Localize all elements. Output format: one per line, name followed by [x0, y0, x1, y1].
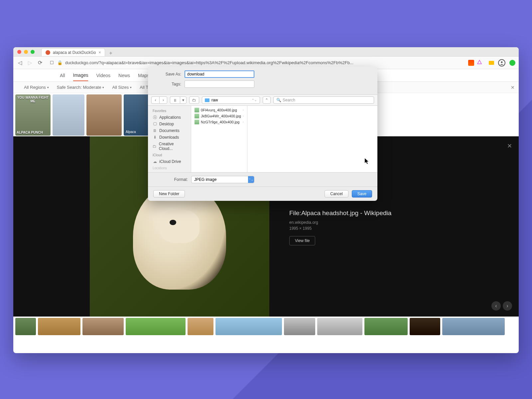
- url-text: duckduckgo.com/?q=alapaca&t=brave&iax=im…: [65, 60, 466, 65]
- image-result-thumb[interactable]: [82, 318, 124, 335]
- cloud-icon: ☁: [153, 159, 157, 164]
- window-maximize-button[interactable]: [31, 50, 35, 54]
- folder-action-button[interactable]: 🗀: [189, 96, 199, 104]
- sidebar-header-favorites: Favorites: [148, 108, 191, 114]
- tags-label: Tags:: [155, 82, 185, 86]
- image-results-row-bottom: [13, 317, 519, 336]
- image-result-thumb[interactable]: [15, 318, 36, 335]
- detail-source[interactable]: en.wikipedia.org: [289, 220, 505, 225]
- new-tab-button[interactable]: +: [108, 50, 113, 56]
- detail-next-button[interactable]: ›: [503, 301, 512, 311]
- sidebar-item-icloud-drive[interactable]: ☁iCloud Drive: [148, 158, 191, 165]
- cancel-button[interactable]: Cancel: [325, 190, 348, 198]
- dialog-actions: New Folder Cancel Save: [148, 187, 377, 201]
- image-result-thumb[interactable]: [215, 318, 282, 335]
- folder-icon: 🗀: [153, 144, 157, 149]
- save-dialog: Save As: Tags: ‹ › ⫼ ▾ 🗀 raw ⌃⌄ ⌃ 🔍 Sear…: [148, 66, 377, 201]
- image-result-thumb[interactable]: [410, 318, 440, 335]
- dialog-search-input[interactable]: 🔍 Search: [273, 96, 374, 104]
- view-file-button[interactable]: View file: [289, 236, 315, 245]
- browser-tab[interactable]: alapaca at DuckDuckGo ×: [41, 48, 105, 56]
- profile-icon[interactable]: [498, 59, 505, 66]
- image-result-thumb[interactable]: Alpaca: [124, 94, 150, 136]
- image-result-thumb[interactable]: [364, 318, 408, 335]
- window-minimize-button[interactable]: [24, 50, 28, 54]
- menu-icon[interactable]: [509, 60, 515, 66]
- reload-button[interactable]: ⟳: [37, 60, 43, 66]
- lock-icon: 🔒: [57, 60, 63, 65]
- view-options-button[interactable]: ▾: [180, 96, 187, 104]
- new-folder-button[interactable]: New Folder: [153, 190, 185, 198]
- filter-safe-search[interactable]: Safe Search: Moderate▾: [57, 85, 104, 90]
- image-result-thumb[interactable]: YOU WANNA FIGHT ME ALPACA PUNCH: [15, 94, 51, 136]
- title-bar: alapaca at DuckDuckGo × +: [13, 47, 519, 57]
- save-button[interactable]: Save: [352, 190, 372, 198]
- save-as-input[interactable]: [185, 70, 254, 78]
- nav-images[interactable]: Images: [73, 70, 88, 81]
- image-result-thumb[interactable]: [53, 94, 84, 136]
- image-result-thumb[interactable]: [317, 318, 362, 335]
- dialog-format-row: Format: JPEG image ⌃⌄: [148, 172, 377, 187]
- sidebar-header-icloud: iCloud: [148, 152, 191, 158]
- select-arrows-icon: ⌃⌄: [248, 176, 254, 183]
- sidebar-item-documents[interactable]: 🗎Documents: [148, 127, 191, 134]
- svg-point-0: [501, 61, 503, 63]
- tab-close-button[interactable]: ×: [98, 50, 101, 55]
- path-forward-button[interactable]: ›: [159, 96, 167, 104]
- search-placeholder: Search: [283, 98, 295, 102]
- tab-favicon: [46, 50, 50, 55]
- downloads-icon: ⬇: [153, 135, 157, 140]
- sidebar-item-downloads[interactable]: ⬇Downloads: [148, 134, 191, 141]
- image-result-thumb[interactable]: [188, 318, 213, 335]
- tags-input[interactable]: [185, 80, 254, 88]
- detail-prev-button[interactable]: ‹: [491, 301, 501, 311]
- folder-icon: [205, 98, 209, 102]
- detail-close-button[interactable]: ✕: [507, 142, 512, 150]
- collapse-button[interactable]: ⌃: [263, 96, 271, 104]
- view-columns-button[interactable]: ⫼: [170, 96, 180, 104]
- image-result-thumb[interactable]: [442, 318, 505, 335]
- brave-shields-icon[interactable]: [468, 60, 474, 66]
- filter-sizes[interactable]: All Sizes▾: [112, 85, 132, 90]
- tab-title: alapaca at DuckDuckGo: [53, 50, 96, 55]
- documents-icon: 🗎: [153, 128, 157, 133]
- folder-icon: 🗀: [192, 98, 196, 102]
- url-bar[interactable]: ☐ 🔒 duckduckgo.com/?q=alapaca&t=brave&ia…: [47, 58, 485, 67]
- extension-icon[interactable]: [477, 60, 482, 66]
- sidebar-header-locations: Locations: [148, 165, 191, 171]
- extension-badge-icon[interactable]: [489, 61, 494, 65]
- file-list-column: 0Fl4vurq_400x400.jpg› JkBGw4Wr_400x400.j…: [191, 106, 247, 172]
- applications-icon: Ⓐ: [153, 115, 157, 120]
- format-select[interactable]: JPEG image ⌃⌄: [191, 176, 254, 183]
- image-result-thumb[interactable]: [126, 318, 186, 335]
- image-result-thumb[interactable]: [284, 318, 315, 335]
- nav-news[interactable]: News: [118, 70, 130, 81]
- search-icon: 🔍: [276, 98, 281, 102]
- format-label: Format:: [155, 177, 191, 182]
- filter-close-button[interactable]: ✕: [511, 85, 515, 90]
- dialog-path-bar: ‹ › ⫼ ▾ 🗀 raw ⌃⌄ ⌃ 🔍 Search: [148, 94, 377, 106]
- file-item[interactable]: JkBGw4Wr_400x400.jpg›: [193, 113, 245, 119]
- folder-select[interactable]: raw ⌃⌄: [202, 96, 260, 104]
- nav-all[interactable]: All: [60, 70, 65, 81]
- sidebar-item-creative-cloud[interactable]: 🗀Creative Cloud...: [148, 141, 191, 152]
- path-back-button[interactable]: ‹: [151, 96, 159, 104]
- image-file-icon: [195, 120, 199, 124]
- filter-regions[interactable]: All Regions▾: [24, 85, 49, 90]
- forward-button[interactable]: ▷: [27, 60, 33, 66]
- nav-videos[interactable]: Videos: [96, 70, 110, 81]
- mouse-cursor: [365, 158, 369, 166]
- detail-dimensions: 1995 × 1995: [289, 226, 505, 231]
- sidebar-item-desktop[interactable]: 🖵Desktop: [148, 121, 191, 127]
- sidebar-item-applications[interactable]: ⒶApplications: [148, 114, 191, 121]
- window-close-button[interactable]: [17, 50, 21, 54]
- image-result-thumb[interactable]: [86, 94, 122, 136]
- bookmark-icon[interactable]: ☐: [50, 60, 54, 65]
- file-item[interactable]: 0Fl4vurq_400x400.jpg›: [193, 107, 245, 113]
- file-item[interactable]: NzGTr9ge_400x400.jpg›: [193, 119, 245, 125]
- folder-name: raw: [211, 98, 218, 102]
- image-file-icon: [195, 114, 199, 118]
- image-result-thumb[interactable]: [38, 318, 80, 335]
- file-preview-column: [247, 106, 377, 172]
- back-button[interactable]: ◁: [17, 60, 23, 66]
